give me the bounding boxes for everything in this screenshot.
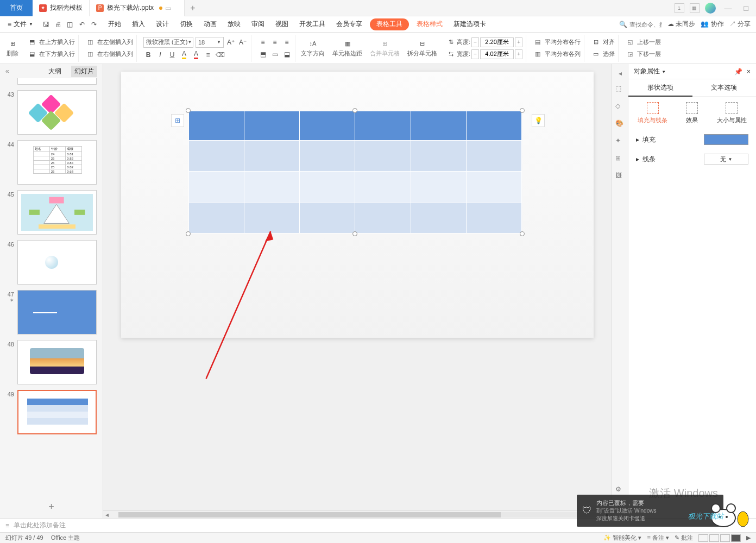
slide-thumb-43[interactable] — [17, 90, 97, 135]
coop-button[interactable]: 👥 协作 — [701, 20, 723, 29]
file-menu[interactable]: ≡ 文件 ▼ — [3, 18, 37, 30]
menu-design[interactable]: 设计 — [150, 16, 174, 33]
slide-thumb-42[interactable] — [17, 78, 97, 85]
font-size-select[interactable]: 18▼ — [196, 37, 224, 48]
pin-icon[interactable]: 📌 — [734, 68, 742, 75]
outline-tab[interactable]: 大纲 — [45, 66, 65, 77]
resize-handle-s[interactable] — [352, 231, 357, 236]
size-props-tab[interactable]: 大小与属性 — [717, 102, 747, 124]
redo-icon[interactable]: ↷ — [90, 20, 98, 29]
search-input[interactable] — [629, 21, 662, 28]
slide-thumb-47[interactable] — [17, 290, 97, 334]
animation-tool-icon[interactable]: ✦ — [615, 137, 625, 147]
horizontal-scrollbar[interactable]: ◂ ▸ — [103, 510, 612, 518]
add-slide-button[interactable]: + — [0, 496, 103, 518]
image-tool-icon[interactable]: 🖼 — [615, 172, 625, 181]
print-icon[interactable]: 🖨 — [54, 20, 62, 29]
table-options-button[interactable]: ⊞ — [171, 114, 184, 127]
underline-button[interactable]: U — [167, 50, 177, 60]
tab-add-button[interactable]: + — [185, 3, 201, 13]
sync-button[interactable]: ☁ 未同步 — [667, 20, 695, 29]
menu-review[interactable]: 审阅 — [246, 16, 270, 33]
menu-start[interactable]: 开始 — [103, 16, 127, 33]
valign-mid-icon[interactable]: ▭ — [270, 49, 280, 59]
text-options-tab[interactable]: 文本选项 — [692, 79, 757, 97]
tab-template[interactable]: ✦ 找稻壳模板 — [33, 0, 90, 16]
send-backward-button[interactable]: ◲下移一层 — [625, 49, 661, 59]
dist-cols-button[interactable]: ▥平均分布各列 — [533, 49, 581, 59]
width-dec[interactable]: − — [471, 49, 479, 59]
sorter-view-icon[interactable] — [709, 534, 719, 542]
menu-transition[interactable]: 切换 — [174, 16, 198, 33]
align-button[interactable]: ⊟对齐 — [591, 37, 615, 47]
fill-color-swatch[interactable] — [704, 134, 748, 145]
avatar[interactable] — [705, 3, 716, 14]
decrease-font-icon[interactable]: A⁻ — [238, 37, 248, 47]
split-cells-button[interactable]: ⊟ 拆分单元格 — [405, 39, 439, 58]
valign-top-icon[interactable]: ⬒ — [258, 49, 268, 59]
share-button[interactable]: ↗ 分享 — [729, 20, 751, 29]
preview-icon[interactable]: ◫ — [66, 20, 74, 29]
smart-tip-button[interactable]: 💡 — [532, 114, 545, 127]
height-dec[interactable]: − — [471, 37, 479, 47]
fill-line-tab[interactable]: 填充与线条 — [638, 102, 667, 124]
hscroll-thumb[interactable] — [118, 512, 501, 517]
menu-new-tab[interactable]: 新建选项卡 — [448, 16, 492, 33]
grid-icon[interactable]: ▦ — [690, 3, 700, 13]
slide-thumb-45[interactable] — [17, 190, 97, 235]
menu-slideshow[interactable]: 放映 — [222, 16, 246, 33]
slides-tab[interactable]: 幻灯片 — [71, 66, 97, 77]
menu-insert[interactable]: 插入 — [127, 16, 150, 33]
dist-rows-button[interactable]: ▤平均分布各行 — [533, 37, 581, 47]
text-direction-button[interactable]: ↕A 文字方向 — [299, 39, 327, 58]
resize-handle-se[interactable] — [520, 231, 525, 236]
canvas-scroll[interactable]: ⊞ 💡 — [103, 64, 612, 510]
italic-button[interactable]: I — [155, 50, 165, 60]
minimize-button[interactable]: — — [721, 4, 735, 12]
slide-thumb-46[interactable] — [17, 240, 97, 285]
tab-menu-icon[interactable]: ▭ — [165, 4, 171, 12]
bring-forward-button[interactable]: ◱上移一层 — [625, 37, 661, 47]
bold-button[interactable]: B — [143, 50, 153, 60]
notes-placeholder[interactable]: 单击此处添加备注 — [14, 521, 66, 530]
insert-col-right[interactable]: ◫在右侧插入列 — [85, 49, 133, 59]
reading-view-icon[interactable] — [720, 534, 730, 542]
menu-table-style[interactable]: 表格样式 — [411, 16, 448, 33]
menu-animation[interactable]: 动画 — [198, 16, 222, 33]
clear-format-button[interactable]: ⌫ — [215, 50, 225, 60]
collapse-panel-icon[interactable]: ◂ — [619, 70, 622, 77]
maximize-button[interactable]: □ — [741, 4, 752, 12]
selected-table[interactable] — [188, 111, 522, 233]
valign-bot-icon[interactable]: ⬓ — [282, 49, 292, 59]
comment-button[interactable]: ✎ 批注 — [675, 534, 693, 542]
align-center-icon[interactable]: ≡ — [270, 37, 280, 47]
fill-property[interactable]: ▸填充 — [628, 130, 756, 149]
chart-tool-icon[interactable]: ⊞ — [615, 154, 625, 164]
insert-row-above[interactable]: ⬒在上方插入行 — [27, 37, 75, 47]
slide-thumb-44[interactable]: 姓名年龄成绩240.81250.82250.84250.82250.68 — [17, 140, 97, 185]
insert-col-left[interactable]: ◫在左侧插入列 — [85, 37, 133, 47]
tab-home[interactable]: 首页 — [0, 0, 33, 16]
font-color-button[interactable]: A — [191, 50, 201, 60]
resize-handle-ne[interactable] — [520, 108, 525, 113]
slide-thumb-48[interactable] — [17, 340, 97, 384]
panel-collapse-icon[interactable]: « — [5, 67, 9, 75]
cell-margin-button[interactable]: ▦ 单元格边距 — [330, 39, 364, 58]
highlight-button[interactable]: A — [179, 50, 189, 60]
align-left-icon[interactable]: ≡ — [258, 37, 268, 47]
save-icon[interactable]: 🖫 — [42, 20, 51, 29]
slideshow-view-icon[interactable] — [731, 534, 741, 542]
resize-handle-nw[interactable] — [186, 108, 191, 113]
settings-icon[interactable]: ⚙ — [615, 485, 625, 495]
search-box[interactable]: 🔍 — [619, 21, 662, 28]
notes-expand-icon[interactable]: ≡ — [5, 522, 9, 529]
align-right-icon[interactable]: ≡ — [282, 37, 292, 47]
scroll-left-icon[interactable]: ◂ — [103, 511, 111, 519]
expand-icon[interactable]: ▸ — [636, 136, 639, 143]
effects-tab[interactable]: 效果 — [686, 102, 698, 124]
increase-font-icon[interactable]: A⁺ — [226, 37, 236, 47]
insert-row-below[interactable]: ⬓在下方插入行 — [27, 49, 75, 59]
width-input[interactable] — [480, 49, 514, 59]
menu-vip[interactable]: 会员专享 — [331, 16, 368, 33]
thumbnails-list[interactable]: 43 44 姓名年龄成绩240.81250.82250.84250.82250.… — [0, 78, 103, 496]
